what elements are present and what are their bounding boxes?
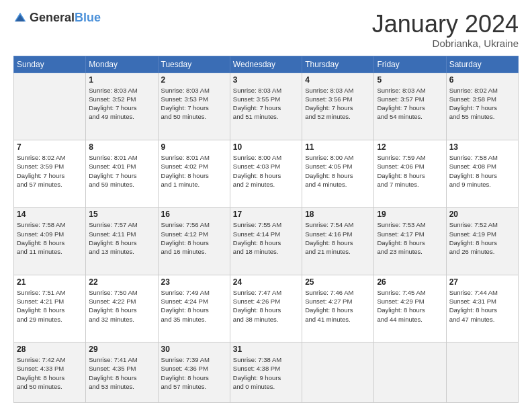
table-row — [374, 342, 446, 403]
day-info: Sunrise: 8:03 AMSunset: 3:57 PMDaylight:… — [377, 86, 443, 122]
day-number: 14 — [17, 210, 83, 219]
table-row: 19Sunrise: 7:53 AMSunset: 4:17 PMDayligh… — [374, 208, 446, 275]
day-info: Sunrise: 8:01 AMSunset: 4:02 PMDaylight:… — [161, 153, 227, 189]
table-row: 8Sunrise: 8:01 AMSunset: 4:01 PMDaylight… — [86, 140, 158, 207]
calendar-week-row: 14Sunrise: 7:58 AMSunset: 4:09 PMDayligh… — [14, 208, 519, 275]
day-number: 29 — [89, 345, 154, 354]
day-info: Sunrise: 7:59 AMSunset: 4:06 PMDaylight:… — [377, 153, 443, 189]
day-number: 20 — [449, 210, 515, 219]
table-row: 27Sunrise: 7:44 AMSunset: 4:31 PMDayligh… — [446, 275, 518, 342]
calendar-week-row: 7Sunrise: 8:02 AMSunset: 3:59 PMDaylight… — [14, 140, 519, 207]
day-number: 19 — [377, 210, 443, 219]
logo: GeneralBlue — [13, 11, 101, 25]
table-row: 3Sunrise: 8:03 AMSunset: 3:55 PMDaylight… — [230, 73, 302, 140]
day-info: Sunrise: 8:00 AMSunset: 4:03 PMDaylight:… — [233, 153, 299, 189]
day-info: Sunrise: 7:58 AMSunset: 4:08 PMDaylight:… — [449, 153, 515, 189]
table-row: 30Sunrise: 7:39 AMSunset: 4:36 PMDayligh… — [158, 342, 230, 403]
day-number: 11 — [305, 142, 371, 152]
day-info: Sunrise: 8:03 AMSunset: 3:55 PMDaylight:… — [233, 86, 299, 122]
table-row: 16Sunrise: 7:56 AMSunset: 4:12 PMDayligh… — [158, 208, 230, 275]
table-row: 17Sunrise: 7:55 AMSunset: 4:14 PMDayligh… — [230, 208, 302, 275]
table-row: 4Sunrise: 8:03 AMSunset: 3:56 PMDaylight… — [302, 73, 374, 140]
table-row: 6Sunrise: 8:02 AMSunset: 3:58 PMDaylight… — [446, 73, 518, 140]
day-info: Sunrise: 7:45 AMSunset: 4:29 PMDaylight:… — [377, 288, 443, 324]
day-number: 9 — [161, 142, 227, 152]
calendar-week-row: 28Sunrise: 7:42 AMSunset: 4:33 PMDayligh… — [14, 342, 519, 403]
day-info: Sunrise: 8:02 AMSunset: 3:59 PMDaylight:… — [17, 153, 83, 189]
day-info: Sunrise: 7:54 AMSunset: 4:16 PMDaylight:… — [305, 220, 371, 256]
day-number: 21 — [17, 277, 83, 287]
table-row: 7Sunrise: 8:02 AMSunset: 3:59 PMDaylight… — [14, 140, 86, 207]
table-row: 18Sunrise: 7:54 AMSunset: 4:16 PMDayligh… — [302, 208, 374, 275]
day-info: Sunrise: 7:44 AMSunset: 4:31 PMDaylight:… — [449, 288, 515, 324]
day-number: 24 — [233, 277, 299, 287]
calendar-week-row: 1Sunrise: 8:03 AMSunset: 3:52 PMDaylight… — [14, 73, 519, 140]
col-thursday: Thursday — [302, 56, 374, 73]
table-row: 15Sunrise: 7:57 AMSunset: 4:11 PMDayligh… — [86, 208, 158, 275]
day-info: Sunrise: 7:58 AMSunset: 4:09 PMDaylight:… — [17, 220, 83, 256]
day-number: 10 — [233, 142, 299, 152]
day-info: Sunrise: 7:57 AMSunset: 4:11 PMDaylight:… — [89, 220, 154, 256]
table-row: 29Sunrise: 7:41 AMSunset: 4:35 PMDayligh… — [86, 342, 158, 403]
day-info: Sunrise: 8:01 AMSunset: 4:01 PMDaylight:… — [89, 153, 154, 189]
day-info: Sunrise: 8:00 AMSunset: 4:05 PMDaylight:… — [305, 153, 371, 189]
day-number: 6 — [449, 75, 515, 85]
day-number: 22 — [89, 277, 154, 287]
day-number: 5 — [377, 75, 443, 85]
day-number: 17 — [233, 210, 299, 219]
title-block: January 2024 Dobrianka, Ukraine — [372, 11, 519, 49]
day-number: 7 — [17, 142, 83, 152]
col-friday: Friday — [374, 56, 446, 73]
location-title: Dobrianka, Ukraine — [372, 38, 519, 49]
day-info: Sunrise: 7:49 AMSunset: 4:24 PMDaylight:… — [161, 288, 227, 324]
day-number: 18 — [305, 210, 371, 219]
day-number: 25 — [305, 277, 371, 287]
table-row: 23Sunrise: 7:49 AMSunset: 4:24 PMDayligh… — [158, 275, 230, 342]
col-monday: Monday — [86, 56, 158, 73]
calendar-week-row: 21Sunrise: 7:51 AMSunset: 4:21 PMDayligh… — [14, 275, 519, 342]
table-row: 20Sunrise: 7:52 AMSunset: 4:19 PMDayligh… — [446, 208, 518, 275]
table-row: 9Sunrise: 8:01 AMSunset: 4:02 PMDaylight… — [158, 140, 230, 207]
table-row: 31Sunrise: 7:38 AMSunset: 4:38 PMDayligh… — [230, 342, 302, 403]
table-row: 21Sunrise: 7:51 AMSunset: 4:21 PMDayligh… — [14, 275, 86, 342]
table-row: 13Sunrise: 7:58 AMSunset: 4:08 PMDayligh… — [446, 140, 518, 207]
day-number: 31 — [233, 345, 299, 354]
day-info: Sunrise: 7:52 AMSunset: 4:19 PMDaylight:… — [449, 220, 515, 256]
col-sunday: Sunday — [14, 56, 86, 73]
day-info: Sunrise: 7:51 AMSunset: 4:21 PMDaylight:… — [17, 288, 83, 324]
table-row: 1Sunrise: 8:03 AMSunset: 3:52 PMDaylight… — [86, 73, 158, 140]
day-number: 2 — [161, 75, 227, 85]
col-wednesday: Wednesday — [230, 56, 302, 73]
table-row — [14, 73, 86, 140]
day-info: Sunrise: 7:39 AMSunset: 4:36 PMDaylight:… — [161, 355, 227, 391]
table-row: 26Sunrise: 7:45 AMSunset: 4:29 PMDayligh… — [374, 275, 446, 342]
day-number: 3 — [233, 75, 299, 85]
table-row: 12Sunrise: 7:59 AMSunset: 4:06 PMDayligh… — [374, 140, 446, 207]
day-info: Sunrise: 7:38 AMSunset: 4:38 PMDaylight:… — [233, 355, 299, 391]
day-info: Sunrise: 7:42 AMSunset: 4:33 PMDaylight:… — [17, 355, 83, 391]
day-number: 26 — [377, 277, 443, 287]
table-row: 5Sunrise: 8:03 AMSunset: 3:57 PMDaylight… — [374, 73, 446, 140]
table-row — [302, 342, 374, 403]
day-number: 1 — [89, 75, 154, 85]
day-number: 4 — [305, 75, 371, 85]
table-row — [446, 342, 518, 403]
day-number: 12 — [377, 142, 443, 152]
day-info: Sunrise: 8:02 AMSunset: 3:58 PMDaylight:… — [449, 86, 515, 122]
table-row: 14Sunrise: 7:58 AMSunset: 4:09 PMDayligh… — [14, 208, 86, 275]
day-info: Sunrise: 7:55 AMSunset: 4:14 PMDaylight:… — [233, 220, 299, 256]
day-info: Sunrise: 7:41 AMSunset: 4:35 PMDaylight:… — [89, 355, 154, 391]
table-row: 10Sunrise: 8:00 AMSunset: 4:03 PMDayligh… — [230, 140, 302, 207]
day-number: 8 — [89, 142, 154, 152]
calendar-header-row: Sunday Monday Tuesday Wednesday Thursday… — [14, 56, 519, 73]
day-info: Sunrise: 7:46 AMSunset: 4:27 PMDaylight:… — [305, 288, 371, 324]
table-row: 2Sunrise: 8:03 AMSunset: 3:53 PMDaylight… — [158, 73, 230, 140]
col-tuesday: Tuesday — [158, 56, 230, 73]
table-row: 24Sunrise: 7:47 AMSunset: 4:26 PMDayligh… — [230, 275, 302, 342]
day-info: Sunrise: 8:03 AMSunset: 3:52 PMDaylight:… — [89, 86, 154, 122]
day-number: 15 — [89, 210, 154, 219]
table-row: 22Sunrise: 7:50 AMSunset: 4:22 PMDayligh… — [86, 275, 158, 342]
month-title: January 2024 — [372, 11, 519, 38]
logo-icon — [13, 11, 27, 25]
day-number: 16 — [161, 210, 227, 219]
